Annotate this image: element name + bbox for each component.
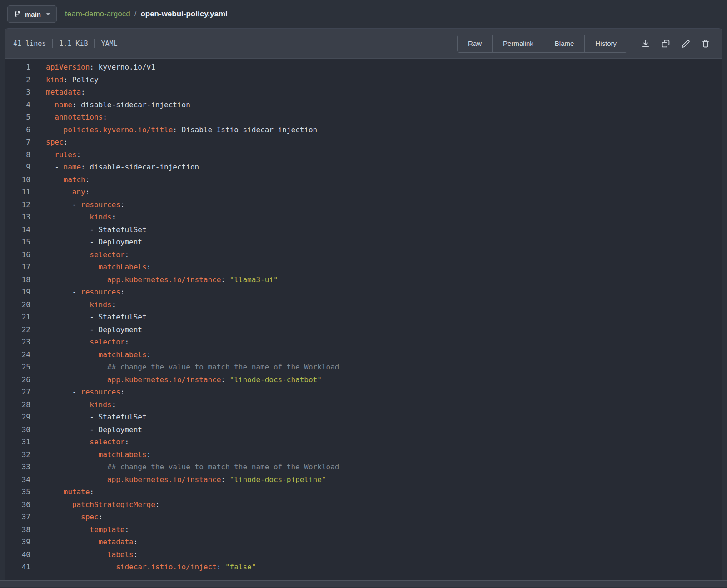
code-text: selector: — [30, 436, 129, 448]
code-text: selector: — [30, 336, 129, 349]
code-text: selector: — [30, 249, 129, 261]
line-number[interactable]: 27 — [5, 386, 30, 399]
line-number[interactable]: 9 — [5, 161, 30, 174]
line-number[interactable]: 4 — [5, 99, 30, 111]
copy-button[interactable] — [661, 39, 670, 48]
file-view-card: 41 lines 1.1 KiB YAML RawPermalinkBlameH… — [5, 28, 722, 580]
view-mode-button-group: RawPermalinkBlameHistory — [457, 35, 627, 53]
code-line: 40 labels: — [5, 548, 722, 561]
line-number[interactable]: 17 — [5, 261, 30, 274]
download-button[interactable] — [641, 39, 650, 48]
code-line: 37 spec: — [5, 511, 722, 523]
code-line: 41 sidecar.istio.io/inject: "false" — [5, 561, 722, 573]
code-line: 35 mutate: — [5, 486, 722, 498]
edit-button[interactable] — [681, 39, 690, 48]
code-text: metadata: — [30, 536, 138, 548]
code-text: ## change the value to match the name of… — [30, 361, 339, 374]
code-line: 14 - StatefulSet — [5, 224, 722, 236]
toolbar-actions: RawPermalinkBlameHistory — [457, 35, 710, 53]
line-number[interactable]: 8 — [5, 149, 30, 161]
code-line: 20 kinds: — [5, 299, 722, 311]
delete-button[interactable] — [701, 39, 710, 48]
line-number[interactable]: 21 — [5, 311, 30, 324]
line-number[interactable]: 25 — [5, 361, 30, 374]
line-number[interactable]: 41 — [5, 561, 30, 573]
line-number[interactable]: 2 — [5, 74, 30, 86]
line-number[interactable]: 23 — [5, 336, 30, 349]
line-number[interactable]: 13 — [5, 211, 30, 224]
line-number[interactable]: 18 — [5, 274, 30, 286]
code-text: any: — [30, 186, 90, 199]
line-number[interactable]: 40 — [5, 548, 30, 561]
line-number[interactable]: 37 — [5, 511, 30, 523]
code-text: kinds: — [30, 399, 116, 411]
code-text: matchLabels: — [30, 261, 151, 274]
file-language: YAML — [101, 40, 117, 48]
code-line: 39 metadata: — [5, 536, 722, 548]
line-number[interactable]: 15 — [5, 236, 30, 249]
line-number[interactable]: 35 — [5, 486, 30, 498]
permalink-button[interactable]: Permalink — [492, 35, 544, 52]
line-number[interactable]: 1 — [5, 61, 30, 74]
line-number[interactable]: 19 — [5, 286, 30, 299]
blame-button[interactable]: Blame — [544, 35, 585, 52]
line-number[interactable]: 5 — [5, 111, 30, 124]
code-line: 4 name: disable-sidecar-injection — [5, 99, 722, 111]
line-number[interactable]: 36 — [5, 498, 30, 511]
code-text: policies.kyverno.io/title: Disable Istio… — [30, 124, 317, 136]
code-text: template: — [30, 523, 129, 536]
history-button[interactable]: History — [584, 35, 627, 52]
line-number[interactable]: 11 — [5, 186, 30, 199]
line-number[interactable]: 38 — [5, 523, 30, 536]
code-text: - name: disable-sidecar-injection — [30, 161, 199, 174]
code-text: labels: — [30, 548, 138, 561]
line-number[interactable]: 39 — [5, 536, 30, 548]
file-toolbar: 41 lines 1.1 KiB YAML RawPermalinkBlameH… — [5, 29, 722, 59]
code-line: 30 - Deployment — [5, 424, 722, 436]
file-size: 1.1 KiB — [59, 40, 88, 48]
line-number[interactable]: 26 — [5, 374, 30, 386]
code-line: 34 app.kubernetes.io/instance: "linode-d… — [5, 473, 722, 486]
repo-link[interactable]: team-demo-argocd — [65, 10, 130, 19]
code-line: 36 patchStrategicMerge: — [5, 498, 722, 511]
line-number[interactable]: 22 — [5, 324, 30, 336]
code-line: 26 app.kubernetes.io/instance: "linode-d… — [5, 374, 722, 386]
line-number[interactable]: 29 — [5, 411, 30, 424]
line-number[interactable]: 30 — [5, 424, 30, 436]
code-text: - resources: — [30, 286, 124, 299]
line-number[interactable]: 7 — [5, 136, 30, 149]
code-line: 3metadata: — [5, 86, 722, 99]
line-number[interactable]: 31 — [5, 436, 30, 448]
line-number[interactable]: 32 — [5, 448, 30, 461]
line-number[interactable]: 28 — [5, 399, 30, 411]
line-number[interactable]: 34 — [5, 473, 30, 486]
line-number[interactable]: 16 — [5, 249, 30, 261]
pencil-icon — [681, 39, 690, 48]
code-text: matchLabels: — [30, 349, 151, 361]
line-number[interactable]: 6 — [5, 124, 30, 136]
line-number[interactable]: 33 — [5, 461, 30, 473]
raw-button[interactable]: Raw — [458, 35, 492, 52]
line-number[interactable]: 14 — [5, 224, 30, 236]
line-number[interactable]: 10 — [5, 174, 30, 186]
code-text: kind: Policy — [30, 74, 99, 86]
code-line: 32 matchLabels: — [5, 448, 722, 461]
line-number[interactable]: 24 — [5, 349, 30, 361]
code-text: sidecar.istio.io/inject: "false" — [30, 561, 256, 573]
code-line: 10 match: — [5, 174, 722, 186]
code-line: 17 matchLabels: — [5, 261, 722, 274]
line-number[interactable]: 3 — [5, 86, 30, 99]
code-line: 24 matchLabels: — [5, 349, 722, 361]
code-viewer: 1apiVersion: kyverno.io/v12kind: Policy3… — [5, 59, 722, 580]
code-text: - StatefulSet — [30, 224, 147, 236]
git-branch-icon — [14, 10, 21, 18]
line-number[interactable]: 12 — [5, 199, 30, 211]
chevron-down-icon — [46, 13, 50, 15]
branch-selector-button[interactable]: main — [7, 5, 57, 23]
code-text: matchLabels: — [30, 448, 151, 461]
code-text: - Deployment — [30, 424, 142, 436]
code-line: 33 ## change the value to match the name… — [5, 461, 722, 473]
line-number[interactable]: 20 — [5, 299, 30, 311]
code-line: 2kind: Policy — [5, 74, 722, 86]
copy-icon — [661, 39, 670, 48]
